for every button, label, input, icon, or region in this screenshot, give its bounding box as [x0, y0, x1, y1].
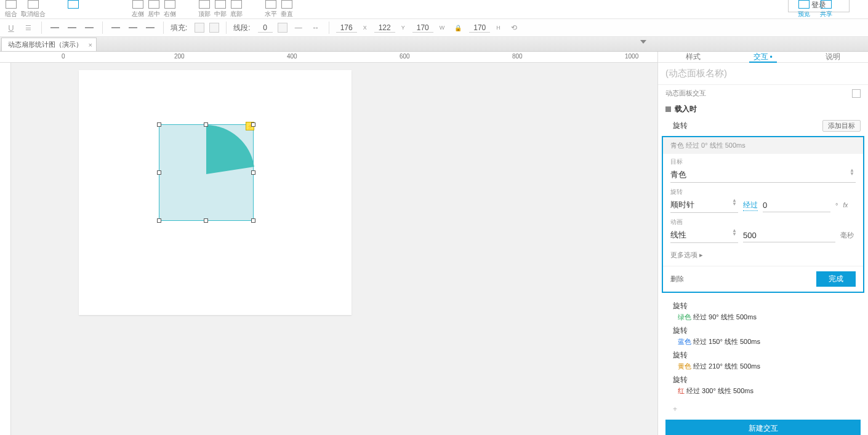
bullet-icon[interactable]: ☰	[22, 22, 34, 34]
y-input[interactable]	[374, 23, 395, 33]
action-item[interactable]: 旋转蓝色 经过 150° 线性 500ms	[658, 324, 868, 348]
lock-aspect-icon[interactable]: 🔒	[452, 22, 464, 34]
rotate-icon[interactable]: ⟲	[508, 22, 520, 34]
y-label: Y	[401, 25, 405, 31]
duration-input[interactable]	[743, 229, 835, 242]
ungroup-tool[interactable]: 取消组合	[21, 0, 46, 18]
login-button[interactable]: 登录	[788, 0, 850, 12]
delete-action-button[interactable]: 删除	[670, 274, 684, 284]
action-item[interactable]: 旋转绿色 经过 90° 线性 500ms	[658, 299, 868, 324]
text-align-right-icon[interactable]	[83, 22, 95, 34]
close-icon[interactable]: ×	[89, 41, 92, 49]
distribute-h-tool[interactable]: 水平	[265, 0, 277, 18]
panel-tabs: 样式 交互• 说明	[658, 52, 868, 63]
selected-dynamic-panel[interactable]: ⚡	[159, 124, 254, 221]
new-interaction-button[interactable]: 新建交互	[665, 420, 861, 435]
valign-top-icon[interactable]	[110, 22, 122, 34]
action-item[interactable]: 旋转红 经过 300° 线性 500ms	[658, 373, 868, 397]
chevron-updown-icon: ▲▼	[732, 229, 737, 236]
fx-icon[interactable]: fx	[843, 202, 848, 209]
valign-middle-icon[interactable]	[127, 22, 139, 34]
handle-ne[interactable]	[251, 122, 255, 127]
align-center-tool[interactable]: 居中	[148, 0, 160, 18]
direction-select[interactable]: 顺时针 ▲▼	[670, 198, 738, 213]
action-rotate-label: 旋转	[673, 121, 688, 131]
text-align-center-icon[interactable]	[66, 22, 78, 34]
easing-select[interactable]: 线性 ▲▼	[670, 228, 738, 243]
label-target: 目标	[670, 158, 856, 166]
add-action-button[interactable]: +	[658, 402, 868, 416]
tab-interaction[interactable]: 交互•	[728, 52, 798, 62]
tab-bar: 动态扇形统计图（演示） ×	[0, 37, 868, 52]
w-label: W	[440, 25, 445, 31]
align-middle-tool[interactable]: 中部	[214, 0, 227, 18]
done-button[interactable]: 完成	[816, 271, 856, 287]
x-label: X	[363, 25, 367, 31]
w-input[interactable]	[412, 23, 433, 33]
expand-icon[interactable]	[852, 89, 861, 98]
ruler-vertical	[0, 63, 11, 435]
via-label: 经过	[743, 200, 758, 211]
underline-icon[interactable]: U	[5, 22, 17, 34]
event-onload[interactable]: 载入时	[658, 102, 868, 117]
line-label: 线段:	[233, 23, 250, 33]
handle-sw[interactable]	[157, 218, 161, 223]
handle-nw[interactable]	[157, 122, 161, 127]
action-summary: 青色 经过 0° 线性 500ms	[663, 137, 863, 154]
valign-bottom-icon[interactable]	[144, 22, 156, 34]
tab-dropdown-icon[interactable]	[640, 40, 646, 44]
align-left-tool[interactable]: 左侧	[132, 0, 144, 18]
text-align-left-icon[interactable]	[49, 22, 61, 34]
align-top-tool[interactable]: 顶部	[198, 0, 211, 18]
handle-se[interactable]	[251, 218, 255, 223]
page-tab-label: 动态扇形统计图（演示）	[8, 40, 82, 49]
collapse-icon[interactable]	[665, 106, 671, 112]
line-style-icon[interactable]: —	[292, 22, 305, 34]
group-tool[interactable]: 组合	[5, 0, 17, 18]
distribute-v-tool[interactable]: 垂直	[281, 0, 293, 18]
canvas-area[interactable]: 0 200 400 600 800 1000 ⚡	[0, 52, 657, 435]
target-select[interactable]: 青色 ▲▼	[670, 167, 856, 183]
fill-opacity-swatch[interactable]	[209, 23, 219, 33]
chevron-updown-icon: ▲▼	[732, 199, 737, 206]
panel-name-placeholder[interactable]: (动态面板名称)	[658, 63, 868, 85]
more-options-toggle[interactable]: 更多选项 ▸	[663, 248, 863, 266]
pie-slice-cyan	[206, 125, 254, 174]
h-input[interactable]	[469, 23, 490, 33]
align-bottom-tool[interactable]: 底部	[230, 0, 243, 18]
handle-e[interactable]	[251, 170, 255, 175]
h-label: H	[496, 25, 500, 31]
format-toolbar: U ☰ 填充: 线段: — ↔ X Y W 🔒 H ⟲	[0, 18, 868, 37]
tab-style[interactable]: 样式	[658, 52, 728, 62]
fill-label: 填充:	[171, 23, 187, 33]
action-item[interactable]: 旋转黄色 经过 210° 线性 500ms	[658, 348, 868, 373]
line-color-swatch[interactable]	[278, 23, 287, 33]
degree-input[interactable]	[763, 199, 830, 212]
other-actions-list: 旋转绿色 经过 90° 线性 500ms旋转蓝色 经过 150° 线性 500m…	[658, 297, 868, 402]
fill-color-swatch[interactable]	[195, 23, 204, 33]
handle-n[interactable]	[204, 122, 208, 127]
chevron-updown-icon: ▲▼	[850, 169, 854, 176]
line-width-input[interactable]	[258, 23, 273, 33]
zoom-tool[interactable]	[68, 0, 79, 17]
inspector-panel: 样式 交互• 说明 (动态面板名称) 动态面板交互 载入时 旋转 添加目标 青色…	[657, 52, 868, 435]
page-tab[interactable]: 动态扇形统计图（演示） ×	[1, 38, 97, 51]
x-input[interactable]	[336, 23, 357, 33]
tab-note[interactable]: 说明	[798, 52, 868, 62]
duration-unit: 毫秒	[840, 231, 854, 240]
section-title: 动态面板交互	[665, 89, 706, 98]
handle-w[interactable]	[157, 170, 161, 175]
degree-unit: °	[835, 202, 838, 209]
action-editor: 青色 经过 0° 线性 500ms 目标 青色 ▲▼ 旋转 顺时针 ▲▼ 经过	[662, 136, 864, 293]
add-target-button[interactable]: 添加目标	[822, 120, 861, 132]
align-right-tool[interactable]: 右侧	[164, 0, 176, 18]
arrow-style-icon[interactable]: ↔	[310, 22, 322, 34]
top-toolbar: 组合 取消组合 左侧 居中 右侧 顶部 中部 底部 水平 垂直 预览 共享 登录	[0, 0, 868, 18]
label-rotate: 旋转	[670, 188, 856, 196]
label-anim: 动画	[670, 218, 856, 226]
ruler-horizontal: 0 200 400 600 800 1000	[0, 52, 657, 63]
handle-s[interactable]	[204, 218, 208, 223]
